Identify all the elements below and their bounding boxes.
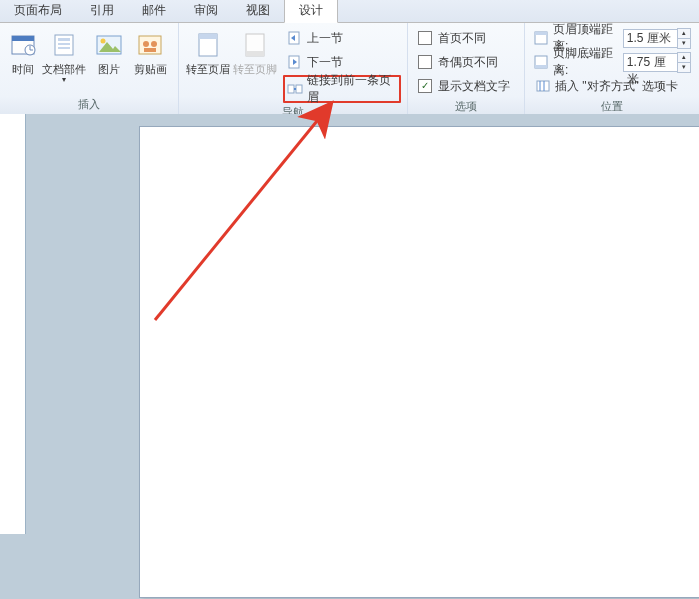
tab-reference[interactable]: 引用 — [76, 0, 128, 22]
svg-rect-30 — [535, 65, 547, 68]
insert-align-tab-button[interactable]: 插入 "对齐方式" 选项卡 — [531, 75, 693, 97]
svg-rect-8 — [58, 47, 70, 49]
prev-section-label: 上一节 — [307, 30, 343, 47]
svg-point-11 — [100, 39, 105, 44]
first-page-diff-label: 首页不同 — [438, 30, 486, 47]
prev-section-button[interactable]: 上一节 — [283, 27, 401, 49]
header-top-distance-input[interactable]: 1.5 厘米 — [623, 29, 678, 48]
next-section-label: 下一节 — [307, 54, 343, 71]
chevron-down-icon: ▾ — [62, 75, 66, 84]
show-doc-text-checkbox[interactable]: ✓ 显示文档文字 — [414, 75, 514, 97]
goto-header-label: 转至页眉 — [186, 63, 230, 76]
header-top-spinner[interactable]: ▴▾ — [677, 28, 691, 49]
group-options: 首页不同 奇偶页不同 ✓ 显示文档文字 选项 — [408, 23, 525, 115]
next-section-button[interactable]: 下一节 — [283, 51, 401, 73]
odd-even-diff-label: 奇偶页不同 — [438, 54, 498, 71]
svg-rect-25 — [296, 85, 302, 93]
svg-point-13 — [143, 41, 149, 47]
insert-align-tab-label: 插入 "对齐方式" 选项卡 — [555, 78, 678, 95]
svg-rect-6 — [58, 38, 70, 41]
clipart-label: 剪贴画 — [134, 63, 167, 76]
picture-label: 图片 — [98, 63, 120, 76]
group-position: 页眉顶端距离: 1.5 厘米 ▴▾ 页脚底端距离: 1.75 厘米 ▴▾ 插入 … — [525, 23, 699, 115]
link-to-previous-icon — [287, 81, 303, 97]
odd-even-diff-checkbox[interactable]: 奇偶页不同 — [414, 51, 514, 73]
group-insert: 时间 文档部件 ▾ 图片 剪贴画 插入 — [0, 23, 179, 115]
quickparts-button[interactable]: 文档部件 ▾ — [40, 27, 89, 84]
show-doc-text-label: 显示文档文字 — [438, 78, 510, 95]
header-distance-icon — [533, 30, 549, 46]
footer-bottom-spinner[interactable]: ▴▾ — [677, 52, 691, 73]
footer-bottom-distance-label: 页脚底端距离: — [553, 45, 619, 79]
next-section-icon — [287, 54, 303, 70]
prev-section-icon — [287, 30, 303, 46]
svg-rect-19 — [246, 51, 264, 56]
clipart-icon — [134, 29, 166, 61]
goto-header-icon — [192, 29, 224, 61]
first-page-diff-checkbox[interactable]: 首页不同 — [414, 27, 514, 49]
goto-footer-icon — [239, 29, 271, 61]
datetime-button[interactable]: 时间 — [6, 27, 40, 76]
picture-button[interactable]: 图片 — [89, 27, 129, 76]
svg-rect-7 — [58, 43, 70, 45]
svg-rect-15 — [144, 48, 156, 52]
checkbox-icon — [418, 55, 432, 69]
ribbon: 时间 文档部件 ▾ 图片 剪贴画 插入 — [0, 23, 699, 117]
goto-header-button[interactable]: 转至页眉 — [185, 27, 232, 76]
tab-mail[interactable]: 邮件 — [128, 0, 180, 22]
tab-page-layout[interactable]: 页面布局 — [0, 0, 76, 22]
svg-rect-24 — [288, 85, 294, 93]
clipart-button[interactable]: 剪贴画 — [129, 27, 172, 76]
group-insert-label: 插入 — [0, 95, 178, 115]
document-workspace: 页脚 - 第 2 节 - — [0, 114, 699, 599]
align-tab-icon — [535, 78, 551, 94]
link-to-previous-label: 链接到前一条页眉 — [307, 72, 395, 106]
tab-strip: 页面布局 引用 邮件 审阅 视图 设计 — [0, 0, 699, 23]
svg-rect-31 — [537, 81, 549, 91]
document-page[interactable] — [140, 127, 699, 597]
svg-rect-17 — [199, 34, 217, 39]
checkbox-checked-icon: ✓ — [418, 79, 432, 93]
goto-footer-button[interactable]: 转至页脚 — [232, 27, 279, 76]
svg-point-14 — [151, 41, 157, 47]
footer-distance-icon — [533, 54, 549, 70]
quickparts-icon — [48, 29, 80, 61]
datetime-icon — [7, 29, 39, 61]
datetime-label: 时间 — [12, 63, 34, 76]
checkbox-icon — [418, 31, 432, 45]
goto-footer-label: 转至页脚 — [233, 63, 277, 76]
svg-rect-1 — [12, 36, 34, 41]
tab-review[interactable]: 审阅 — [180, 0, 232, 22]
tab-design[interactable]: 设计 — [284, 0, 338, 23]
footer-bottom-distance-row: 页脚底端距离: 1.75 厘米 ▴▾ — [531, 51, 693, 73]
group-navigation: 转至页眉 转至页脚 上一节 下一节 链接到前一条页眉 — [179, 23, 408, 115]
svg-rect-28 — [535, 32, 547, 35]
footer-bottom-distance-input[interactable]: 1.75 厘米 — [623, 53, 678, 72]
link-to-previous-button[interactable]: 链接到前一条页眉 — [283, 75, 401, 103]
picture-icon — [93, 29, 125, 61]
vertical-ruler[interactable] — [0, 114, 26, 534]
tab-view[interactable]: 视图 — [232, 0, 284, 22]
